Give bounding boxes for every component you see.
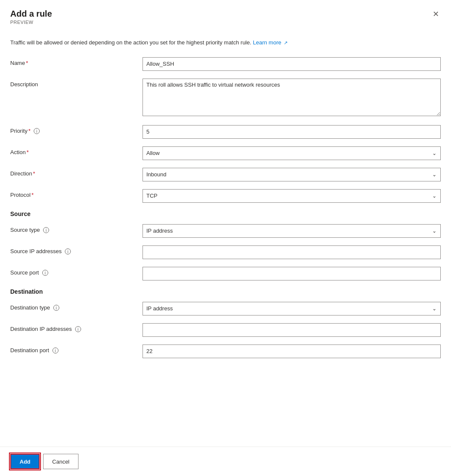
source-type-select-wrapper: Any IP address Service Tag Application s…	[143, 224, 441, 238]
name-label: Name*	[10, 57, 143, 66]
priority-row: Priority* i	[10, 125, 441, 139]
dest-ip-row: Destination IP addresses i	[10, 323, 441, 337]
action-control: Allow Deny ⌄	[143, 146, 441, 160]
priority-label: Priority* i	[10, 125, 143, 134]
dest-type-row: Destination type i Any IP address Servic…	[10, 302, 441, 315]
source-port-row: Source port i	[10, 267, 441, 280]
source-port-control	[143, 267, 441, 280]
protocol-select-wrapper: Any TCP UDP ICMP ⌄	[143, 189, 441, 203]
action-row: Action* Allow Deny ⌄	[10, 146, 441, 160]
dialog-title-group: Add a rule PREVIEW	[10, 9, 52, 25]
direction-select[interactable]: Inbound Outbound	[143, 168, 441, 181]
direction-row: Direction* Inbound Outbound ⌄	[10, 168, 441, 181]
protocol-select[interactable]: Any TCP UDP ICMP	[143, 189, 441, 203]
dest-ip-label: Destination IP addresses i	[10, 323, 143, 333]
source-ip-input[interactable]	[143, 245, 441, 259]
source-port-input[interactable]	[143, 267, 441, 280]
close-button[interactable]: ✕	[431, 9, 441, 20]
dialog-footer: Add Cancel	[0, 447, 451, 476]
dest-ip-control	[143, 323, 441, 337]
close-icon: ✕	[433, 10, 439, 18]
description-row: Description This roll allows SSH traffic…	[10, 79, 441, 117]
source-port-label: Source port i	[10, 267, 143, 276]
dest-port-control	[143, 345, 441, 358]
source-ip-control	[143, 245, 441, 259]
dest-port-input[interactable]	[143, 345, 441, 358]
direction-select-wrapper: Inbound Outbound ⌄	[143, 168, 441, 181]
name-row: Name*	[10, 57, 441, 71]
source-type-control: Any IP address Service Tag Application s…	[143, 224, 441, 238]
source-type-info-icon: i	[43, 227, 49, 233]
dest-type-label: Destination type i	[10, 302, 143, 311]
dest-type-select[interactable]: Any IP address Service Tag Application s…	[143, 302, 441, 315]
priority-control	[143, 125, 441, 139]
dialog-header: Add a rule PREVIEW ✕	[0, 0, 451, 32]
dest-type-select-wrapper: Any IP address Service Tag Application s…	[143, 302, 441, 315]
name-control	[143, 57, 441, 71]
dialog-body: Traffic will be allowed or denied depend…	[0, 32, 451, 440]
priority-info-icon: i	[34, 128, 40, 134]
dest-port-info-icon: i	[52, 348, 58, 353]
source-ip-row: Source IP addresses i	[10, 245, 441, 259]
add-button[interactable]: Add	[10, 454, 40, 469]
learn-more-link[interactable]: Learn more ↗	[253, 39, 288, 46]
direction-control: Inbound Outbound ⌄	[143, 168, 441, 181]
protocol-label: Protocol*	[10, 189, 143, 198]
dest-ip-info-icon: i	[75, 326, 81, 332]
source-type-select[interactable]: Any IP address Service Tag Application s…	[143, 224, 441, 238]
dest-ip-input[interactable]	[143, 323, 441, 337]
protocol-row: Protocol* Any TCP UDP ICMP ⌄	[10, 189, 441, 203]
name-input[interactable]	[143, 57, 441, 71]
source-ip-label: Source IP addresses i	[10, 245, 143, 255]
priority-input[interactable]	[143, 125, 441, 139]
source-ip-info-icon: i	[65, 248, 71, 254]
action-select[interactable]: Allow Deny	[143, 146, 441, 160]
protocol-control: Any TCP UDP ICMP ⌄	[143, 189, 441, 203]
description-label: Description	[10, 79, 143, 88]
source-type-row: Source type i Any IP address Service Tag…	[10, 224, 441, 238]
cancel-button[interactable]: Cancel	[43, 454, 78, 469]
action-select-wrapper: Allow Deny ⌄	[143, 146, 441, 160]
add-rule-dialog: Add a rule PREVIEW ✕ Traffic will be all…	[0, 0, 451, 476]
source-port-info-icon: i	[42, 270, 48, 276]
external-link-icon: ↗	[284, 40, 288, 45]
destination-section-header: Destination	[10, 288, 441, 295]
description-textarea[interactable]: This roll allows SSH traffic to virtual …	[143, 79, 441, 116]
description-control: This roll allows SSH traffic to virtual …	[143, 79, 441, 117]
dialog-title: Add a rule	[10, 9, 52, 19]
dest-port-label: Destination port i	[10, 345, 143, 354]
dest-type-control: Any IP address Service Tag Application s…	[143, 302, 441, 315]
action-label: Action*	[10, 146, 143, 155]
direction-label: Direction*	[10, 168, 143, 177]
dest-type-info-icon: i	[53, 305, 59, 311]
info-text: Traffic will be allowed or denied depend…	[10, 38, 441, 47]
dialog-subtitle: PREVIEW	[10, 20, 52, 25]
source-section-header: Source	[10, 210, 441, 217]
source-type-label: Source type i	[10, 224, 143, 234]
dest-port-row: Destination port i	[10, 345, 441, 358]
